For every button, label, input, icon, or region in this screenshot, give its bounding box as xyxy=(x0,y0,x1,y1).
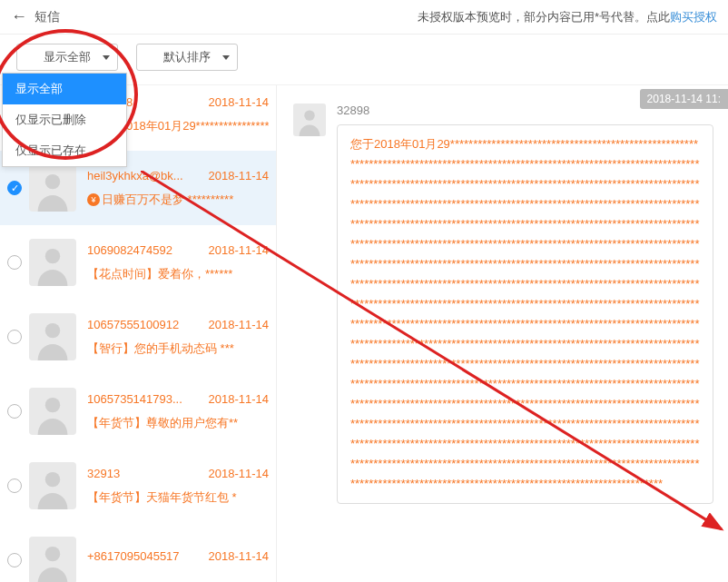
toolbar: 显示全部 默认排序 显示全部 仅显示已删除 仅显示已存在 xyxy=(0,35,728,85)
message-preview: 【花点时间】爱着你，****** xyxy=(87,266,269,282)
message-sender: 1069082474592 xyxy=(87,243,172,257)
filter-option-all[interactable]: 显示全部 xyxy=(3,74,126,104)
avatar xyxy=(29,313,76,360)
message-sender: 32913 xyxy=(87,467,120,480)
message-preview: 【年货节】天猫年货节红包 * xyxy=(87,489,269,506)
page-title: 短信 xyxy=(34,9,60,25)
list-item[interactable]: 32913 2018-11-14 【年货节】天猫年货节红包 * xyxy=(0,449,276,523)
checkbox[interactable] xyxy=(7,181,22,195)
sort-dropdown[interactable]: 默认排序 xyxy=(136,44,238,71)
chat-bubble: 您于2018年01月29****************************… xyxy=(337,124,713,504)
svg-point-1 xyxy=(45,249,60,263)
list-item[interactable]: 10657555100912 2018-11-14 【智行】您的手机动态码 **… xyxy=(0,300,276,374)
auth-notice: 未授权版本预览时，部分内容已用*号代替。点此购买授权 xyxy=(418,9,717,25)
back-icon[interactable]: ← xyxy=(11,7,27,26)
chat-panel: 2018-11-14 11: 32898 您于2018年01月29*******… xyxy=(277,85,728,582)
filter-dropdown[interactable]: 显示全部 xyxy=(16,44,118,71)
message-date: 2018-11-14 xyxy=(209,549,270,563)
checkbox[interactable] xyxy=(7,404,22,419)
message-preview: ¥ 日赚百万不是梦 ********** xyxy=(87,192,269,208)
filter-option-deleted[interactable]: 仅显示已删除 xyxy=(3,104,126,135)
avatar xyxy=(29,239,76,286)
svg-point-4 xyxy=(45,472,60,487)
svg-point-2 xyxy=(45,323,60,338)
buy-auth-link[interactable]: 购买授权 xyxy=(670,10,717,24)
message-sender: +8617095045517 xyxy=(87,549,180,563)
checkbox[interactable] xyxy=(7,255,22,270)
message-date: 2018-11-14 xyxy=(209,169,270,182)
list-item[interactable]: 1065735141793... 2018-11-14 【年货节】尊敬的用户您有… xyxy=(0,374,276,449)
message-preview: 018年01月29******************* xyxy=(126,118,269,134)
avatar xyxy=(29,164,76,212)
checkbox[interactable] xyxy=(7,553,22,567)
message-sender: 10657555100912 xyxy=(87,318,179,331)
list-item[interactable]: +8617095045517 2018-11-14 xyxy=(0,523,276,582)
message-preview: 【智行】您的手机动态码 *** xyxy=(87,340,269,357)
message-preview: 【年货节】尊敬的用户您有** xyxy=(87,415,269,431)
message-date: 2018-11-14 xyxy=(209,392,270,406)
avatar xyxy=(293,104,326,136)
header-bar: ← 短信 未授权版本预览时，部分内容已用*号代替。点此购买授权 xyxy=(0,0,728,35)
chevron-down-icon xyxy=(103,55,110,60)
svg-point-3 xyxy=(45,398,60,412)
filter-option-existing[interactable]: 仅显示已存在 xyxy=(3,135,126,166)
message-date: 2018-11-14 xyxy=(209,318,270,331)
avatar xyxy=(29,388,76,435)
avatar xyxy=(29,537,76,582)
chevron-down-icon xyxy=(222,55,230,60)
sort-dropdown-label: 默认排序 xyxy=(163,49,211,65)
checkbox[interactable] xyxy=(7,330,22,344)
filter-dropdown-label: 显示全部 xyxy=(44,49,91,65)
message-sender: 8 xyxy=(126,95,133,109)
message-sender: heil3ykhkxa@bk... xyxy=(87,169,183,182)
avatar xyxy=(29,462,76,509)
chat-message: 32898 您于2018年01月29**********************… xyxy=(293,104,728,504)
date-chip: 2018-11-14 11: xyxy=(640,89,728,109)
coin-icon: ¥ xyxy=(87,193,100,206)
filter-dropdown-menu: 显示全部 仅显示已删除 仅显示已存在 xyxy=(2,73,127,167)
message-date: 2018-11-14 xyxy=(209,95,270,109)
message-sender: 1065735141793... xyxy=(87,392,182,406)
checkbox[interactable] xyxy=(7,478,22,493)
list-item[interactable]: 1069082474592 2018-11-14 【花点时间】爱着你，*****… xyxy=(0,225,276,300)
svg-point-0 xyxy=(45,174,60,189)
message-date: 2018-11-14 xyxy=(209,243,270,257)
svg-point-6 xyxy=(304,110,314,120)
notice-text: 未授权版本预览时，部分内容已用*号代替。点此 xyxy=(418,10,670,24)
message-date: 2018-11-14 xyxy=(209,467,270,480)
svg-point-5 xyxy=(45,547,60,561)
